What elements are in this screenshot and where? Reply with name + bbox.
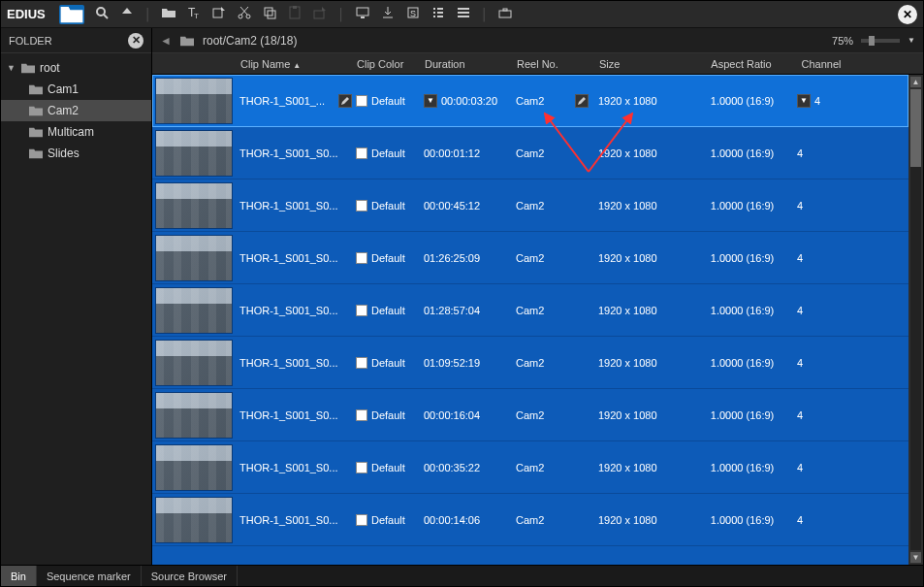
- clip-duration-cell: 01:09:52:19: [420, 357, 512, 369]
- clip-row[interactable]: THOR-1_S001_S0... Default 01:28:57:04 Ca…: [152, 284, 908, 337]
- col-header-size[interactable]: Size: [593, 58, 690, 70]
- clip-thumbnail[interactable]: [155, 287, 233, 334]
- channel-dropdown[interactable]: ▼: [797, 94, 811, 108]
- color-swatch[interactable]: [356, 147, 367, 159]
- paste-icon[interactable]: [287, 5, 303, 23]
- clip-name-cell: THOR-1_S001_S0...: [236, 252, 352, 264]
- duration-dropdown[interactable]: ▼: [424, 94, 437, 108]
- clip-color-cell: Default: [352, 357, 420, 369]
- sidebar-header: FOLDER ✕: [1, 28, 151, 53]
- col-header-reel[interactable]: Reel No.: [511, 58, 593, 70]
- nav-back-icon[interactable]: ◄: [160, 34, 172, 48]
- clip-aspect-cell: 1.0000 (16:9): [691, 305, 793, 316]
- up-level-icon[interactable]: [119, 5, 135, 23]
- edit-name-icon[interactable]: [338, 94, 352, 108]
- svg-rect-8: [268, 11, 275, 18]
- clip-aspect-cell: 1.0000 (16:9): [691, 95, 793, 107]
- tree-root[interactable]: ▼ root: [1, 57, 151, 79]
- monitor-icon[interactable]: [355, 5, 370, 23]
- clip-thumbnail[interactable]: [155, 78, 233, 124]
- clip-channel-cell: ▼4: [793, 94, 851, 108]
- clip-row[interactable]: THOR-1_S001_S0... Default 00:00:35:22 Ca…: [152, 441, 908, 494]
- clip-row[interactable]: THOR-1_S001_S0... Default 00:00:45:12 Ca…: [152, 179, 908, 232]
- clip-row[interactable]: THOR-1_S001_S0... Default 01:26:25:09 Ca…: [152, 232, 908, 284]
- top-toolbar: EDIUS │ TT │ S │ ✕: [1, 1, 923, 28]
- list-icon[interactable]: [430, 5, 446, 23]
- clip-size-cell: 1920 x 1080: [594, 147, 691, 159]
- clip-channel-cell: 4: [793, 147, 851, 159]
- clip-name-cell: THOR-1_S001_S0...: [236, 200, 352, 212]
- col-header-aspect[interactable]: Aspect Ratio: [690, 58, 792, 70]
- download-icon[interactable]: [380, 5, 396, 23]
- copy-icon[interactable]: [262, 5, 277, 23]
- color-swatch[interactable]: [356, 409, 367, 421]
- edit-reel-icon[interactable]: [575, 94, 589, 108]
- tab-bin[interactable]: Bin: [1, 566, 37, 586]
- color-swatch[interactable]: [356, 305, 367, 316]
- sidebar-clear-button[interactable]: ✕: [128, 33, 143, 49]
- clip-row[interactable]: THOR-1_S001_... Default ▼00:00:03:20 Cam…: [152, 75, 908, 127]
- col-header-color[interactable]: Clip Color: [351, 58, 419, 70]
- color-swatch[interactable]: [356, 514, 367, 526]
- clip-row[interactable]: THOR-1_S001_S0... Default 00:00:16:04 Ca…: [152, 389, 908, 441]
- tree-item-cam2[interactable]: Cam2: [1, 100, 151, 121]
- stabilize-icon[interactable]: S: [405, 5, 421, 23]
- clip-aspect-cell: 1.0000 (16:9): [691, 147, 793, 159]
- col-header-channel[interactable]: Channel: [792, 58, 850, 70]
- open-project-button[interactable]: [59, 5, 84, 24]
- clip-list[interactable]: THOR-1_S001_... Default ▼00:00:03:20 Cam…: [152, 75, 908, 565]
- clip-channel-cell: 4: [793, 409, 851, 421]
- tab-sequence marker[interactable]: Sequence marker: [37, 566, 142, 586]
- folder-open-icon[interactable]: [161, 5, 176, 23]
- tree-item-cam1[interactable]: Cam1: [1, 79, 151, 100]
- color-swatch[interactable]: [356, 462, 367, 473]
- chevron-down-icon[interactable]: ▼: [7, 63, 16, 73]
- clip-thumbnail[interactable]: [155, 235, 233, 281]
- toolbox-icon[interactable]: [497, 5, 513, 23]
- clip-duration-cell: 00:00:16:04: [420, 409, 512, 421]
- clip-thumbnail[interactable]: [155, 444, 233, 491]
- scroll-down-button[interactable]: ▼: [910, 552, 921, 563]
- clip-name-cell: THOR-1_S001_S0...: [236, 305, 352, 316]
- zoom-slider[interactable]: [861, 39, 900, 43]
- svg-line-1: [104, 15, 108, 18]
- color-swatch[interactable]: [356, 357, 367, 369]
- svg-rect-4: [213, 9, 222, 17]
- col-header-name[interactable]: Clip Name▲: [235, 58, 351, 70]
- clip-thumbnail[interactable]: [155, 392, 233, 439]
- clip-duration-cell: 00:00:45:12: [420, 200, 512, 212]
- search-icon[interactable]: [94, 5, 110, 23]
- tree-item-multicam[interactable]: Multicam: [1, 121, 151, 143]
- folder-icon: [28, 103, 44, 118]
- clip-row[interactable]: THOR-1_S001_S0... Default 01:09:52:19 Ca…: [152, 337, 908, 389]
- clip-thumbnail[interactable]: [155, 340, 233, 386]
- clip-row[interactable]: THOR-1_S001_S0... Default 00:00:01:12 Ca…: [152, 127, 908, 179]
- clip-reel-cell: Cam2: [512, 147, 594, 159]
- clip-reel-cell: Cam2: [512, 94, 594, 108]
- color-swatch[interactable]: [356, 252, 367, 264]
- clip-row[interactable]: THOR-1_S001_S0... Default 00:00:14:06 Ca…: [152, 494, 908, 546]
- clip-color-cell: Default: [352, 462, 420, 473]
- clip-thumbnail[interactable]: [155, 497, 233, 543]
- export-icon[interactable]: [312, 5, 328, 23]
- tree-item-slides[interactable]: Slides: [1, 143, 151, 164]
- bottom-tabs: BinSequence markerSource Browser: [1, 565, 923, 586]
- vertical-scrollbar[interactable]: ▲ ▼: [908, 75, 923, 565]
- clip-thumbnail[interactable]: [155, 130, 233, 177]
- scroll-thumb[interactable]: [910, 89, 921, 167]
- clip-thumbnail[interactable]: [155, 182, 233, 229]
- clip-name-cell: THOR-1_S001_...: [236, 94, 352, 108]
- scroll-up-button[interactable]: ▲: [910, 77, 921, 87]
- color-swatch[interactable]: [356, 95, 367, 107]
- clip-name-cell: THOR-1_S001_S0...: [236, 357, 352, 369]
- new-clip-icon[interactable]: [211, 5, 227, 23]
- color-swatch[interactable]: [356, 200, 367, 212]
- zoom-dropdown[interactable]: ▼: [908, 36, 915, 45]
- clip-color-cell: Default: [352, 200, 420, 212]
- list-detail-icon[interactable]: [456, 5, 471, 23]
- cut-icon[interactable]: [237, 5, 252, 23]
- col-header-duration[interactable]: Duration: [419, 58, 511, 70]
- text-tool-icon[interactable]: TT: [186, 5, 202, 23]
- close-button[interactable]: ✕: [898, 5, 917, 24]
- tab-source browser[interactable]: Source Browser: [142, 566, 238, 586]
